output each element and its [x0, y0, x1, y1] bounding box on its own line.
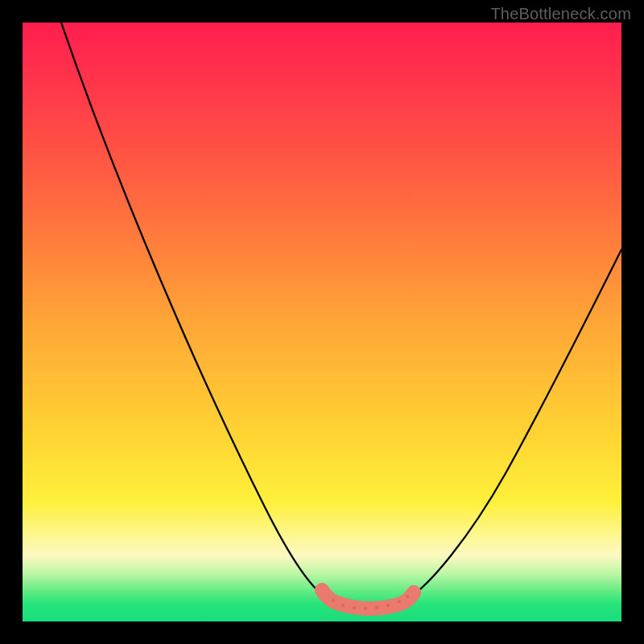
svg-point-1 — [341, 604, 345, 607]
svg-point-3 — [364, 607, 367, 610]
svg-point-5 — [386, 604, 390, 607]
curve-layer — [23, 23, 621, 621]
curve-left — [61, 23, 328, 599]
watermark-text: TheBottleneck.com — [490, 5, 631, 23]
svg-point-4 — [375, 606, 378, 609]
svg-point-7 — [406, 595, 409, 598]
curve-right — [407, 250, 621, 599]
plot-area — [23, 23, 621, 621]
svg-point-6 — [398, 600, 401, 603]
svg-point-0 — [332, 599, 335, 602]
svg-point-2 — [353, 606, 356, 609]
chart-frame: TheBottleneck.com — [0, 0, 644, 644]
sweet-spot-ribbon — [322, 590, 414, 609]
